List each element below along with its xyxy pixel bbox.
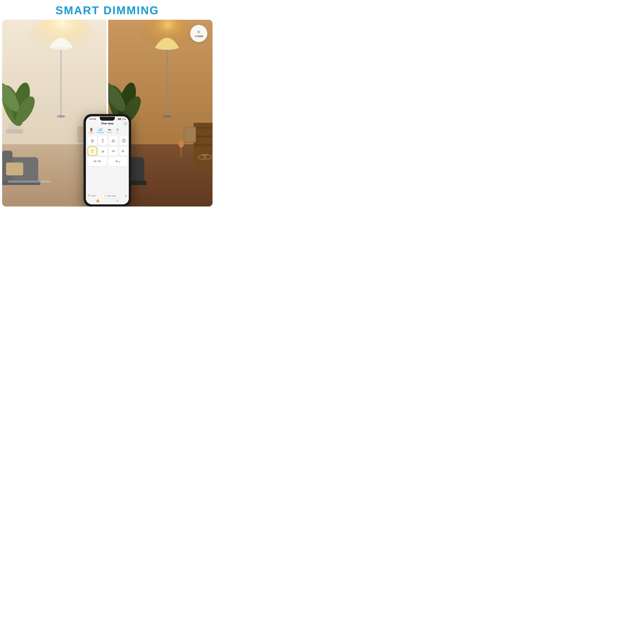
phone-notch bbox=[100, 117, 115, 121]
tab-bedroom[interactable]: 🛏 Bedroom bbox=[106, 127, 113, 134]
tab-living-room[interactable]: 🛋 Living room bbox=[96, 127, 105, 134]
entrance-icon: 🚪 bbox=[89, 128, 93, 132]
svg-point-67 bbox=[116, 161, 118, 162]
svg-rect-4 bbox=[6, 129, 23, 134]
device-group-1[interactable] bbox=[88, 157, 107, 166]
wifi-icon: 🛜 bbox=[122, 118, 124, 120]
device-grid-row3: +2 bbox=[88, 157, 127, 166]
header: SMART DIMMING bbox=[56, 0, 159, 20]
status-time: 5:41 PM bbox=[89, 118, 96, 120]
dimmer-bar bbox=[194, 35, 204, 37]
device-outlet[interactable] bbox=[119, 136, 129, 145]
svg-point-11 bbox=[57, 115, 65, 118]
svg-rect-41 bbox=[194, 144, 213, 146]
device-grid-row2 bbox=[88, 146, 127, 156]
bedroom-icon: 🛏 bbox=[108, 128, 111, 131]
svg-rect-9 bbox=[61, 48, 61, 116]
svg-rect-31 bbox=[167, 48, 167, 116]
settings-button[interactable]: ⚙ bbox=[125, 194, 127, 198]
svg-rect-40 bbox=[194, 136, 213, 137]
color-temperature-button[interactable]: 💡 Warm white bbox=[102, 194, 119, 198]
entrance-label: Entrance bbox=[89, 132, 94, 133]
app-header: Floor lamp + bbox=[88, 122, 127, 125]
sun-dimmer-icon: ☀ bbox=[197, 30, 201, 35]
schedule-time: 7:00 AM bbox=[90, 195, 96, 197]
page-title: SMART DIMMING bbox=[56, 4, 159, 17]
schedule-badge[interactable]: ⏰ 7:00 AM bbox=[88, 195, 96, 197]
other-room-label: Te... bbox=[116, 132, 118, 133]
battery-icon: ▮ bbox=[125, 118, 125, 120]
status-icons: ▌▌▌ 🛜 ▮ bbox=[118, 118, 125, 120]
page-wrapper: SMART DIMMING bbox=[0, 0, 215, 215]
phone-screen: 5:41 PM ▌▌▌ 🛜 ▮ Floor lamp + bbox=[86, 116, 129, 204]
other-room-icon: ☕ bbox=[115, 128, 120, 132]
svg-rect-15 bbox=[6, 163, 23, 175]
phone-bottom-bar: ⏰ 7:00 AM 💡 Warm white ⚙ bbox=[86, 192, 129, 204]
signal-icon: ▌▌▌ bbox=[118, 118, 121, 120]
phone-outer: 5:41 PM ▌▌▌ 🛜 ▮ Floor lamp + bbox=[84, 114, 131, 207]
svg-rect-21 bbox=[8, 181, 51, 182]
svg-point-33 bbox=[163, 115, 171, 118]
living-room-label: Living room bbox=[97, 132, 104, 133]
device-ceiling-lamp[interactable] bbox=[88, 136, 97, 145]
device-group-2[interactable]: +2 bbox=[108, 157, 127, 166]
device-floor-lamp[interactable] bbox=[98, 136, 108, 145]
room-tabs: 🚪 Entrance 🛋 Living room 🛏 Bedroom bbox=[88, 127, 127, 134]
tab-other[interactable]: ☕ Te... bbox=[114, 127, 121, 134]
images-container: ☀ 5:41 PM ▌▌▌ 🛜 ▮ bbox=[2, 20, 213, 207]
device-wall-lamp[interactable] bbox=[119, 146, 129, 156]
phone-mockup: 5:41 PM ▌▌▌ 🛜 ▮ Floor lamp + bbox=[84, 114, 131, 207]
dimmer-badge: ☀ bbox=[190, 25, 207, 42]
svg-point-47 bbox=[179, 140, 184, 148]
bottom-controls-row: ⏰ 7:00 AM 💡 Warm white ⚙ bbox=[88, 194, 127, 198]
bedroom-label: Bedroom bbox=[107, 132, 112, 133]
phone-content: Floor lamp + 🚪 Entrance 🛋 Living ro bbox=[86, 121, 129, 167]
fire-icon[interactable]: 🔥 bbox=[96, 199, 100, 203]
device-strip-light[interactable] bbox=[109, 146, 118, 156]
svg-point-56 bbox=[92, 150, 93, 151]
alarm-icon: ⏰ bbox=[88, 195, 90, 197]
bottom-nav: 🔥 ❄ bbox=[88, 199, 127, 203]
device-table-lamp[interactable] bbox=[98, 146, 108, 156]
add-room-button[interactable]: + bbox=[124, 122, 127, 125]
device-dimmer[interactable] bbox=[109, 136, 118, 145]
svg-rect-42 bbox=[184, 127, 196, 142]
svg-rect-39 bbox=[194, 127, 213, 129]
svg-rect-38 bbox=[194, 123, 213, 170]
device-grid-row1 bbox=[88, 136, 127, 145]
app-title: Floor lamp bbox=[91, 122, 124, 125]
bulb-icon: 💡 bbox=[104, 195, 106, 197]
device-standing-lamp[interactable] bbox=[88, 146, 97, 156]
tab-entrance[interactable]: 🚪 Entrance bbox=[88, 127, 95, 134]
warm-white-label: Warm white bbox=[107, 195, 116, 197]
settings-gear-icon: ⚙ bbox=[125, 194, 127, 197]
snowflake-icon[interactable]: ❄ bbox=[116, 199, 119, 203]
living-room-icon: 🛋 bbox=[99, 128, 102, 131]
